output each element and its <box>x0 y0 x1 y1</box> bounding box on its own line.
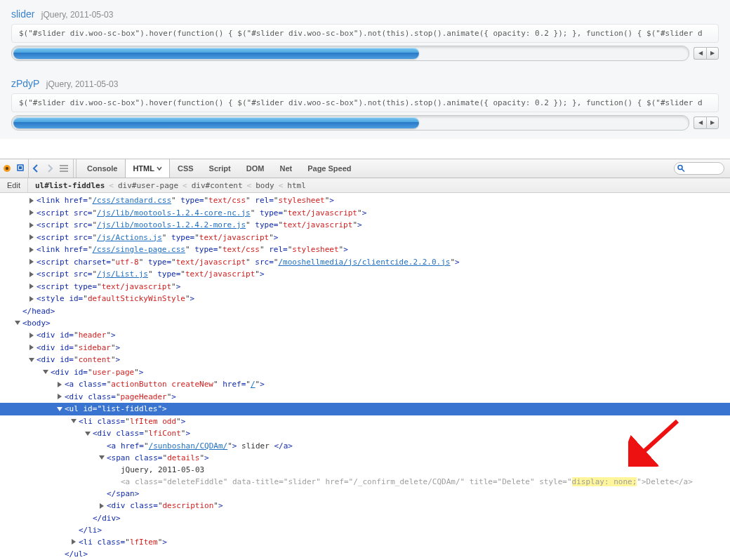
tree-row[interactable]: <div id="content"> <box>0 354 730 366</box>
tree-row[interactable]: <body> <box>0 317 730 330</box>
slider-next-button[interactable]: ▶ <box>706 47 719 60</box>
tree-row[interactable]: <a href="/sunboshan/CQDAm/"> slider </a> <box>0 440 730 452</box>
gap <box>0 139 730 159</box>
slider-next-button[interactable]: ▶ <box>706 116 719 129</box>
crumb-current[interactable]: ul#list-fiddles <box>35 181 105 190</box>
fiddle-description: $("#slider div.woo-sc-box").hover(functi… <box>11 93 719 112</box>
tree-row[interactable]: <div id="sidebar"> <box>0 342 730 354</box>
crumb-sep: < <box>279 181 284 190</box>
edit-button[interactable]: Edit <box>0 178 28 192</box>
tab-pagespeed[interactable]: Page Speed <box>300 159 359 178</box>
tree-row[interactable]: <span class="details"> <box>0 452 730 465</box>
breadcrumb: ul#list-fiddles < div#user-page < div#co… <box>28 181 306 190</box>
twisty-expanded-icon[interactable] <box>56 404 63 415</box>
tree-row[interactable]: <style id="defaultStickyWinStyle"> <box>0 293 730 305</box>
twisty-expanded-icon[interactable] <box>70 415 77 427</box>
twisty-expanded-icon[interactable] <box>42 366 49 378</box>
tree-row[interactable]: <a class="actionButton createNew" href="… <box>0 378 730 391</box>
slider-bar[interactable] <box>11 46 689 61</box>
twisty-collapsed-icon[interactable] <box>28 269 35 281</box>
twisty-collapsed-icon[interactable] <box>70 536 77 548</box>
highlighted-style: display: none; <box>572 477 637 486</box>
twisty-expanded-icon[interactable] <box>98 452 105 464</box>
devtools-mini-buttons <box>0 159 29 178</box>
svg-point-1 <box>6 167 8 170</box>
slider-prev-button[interactable]: ◀ <box>694 47 706 60</box>
slider-bar[interactable] <box>11 115 689 131</box>
tab-html-label: HTML <box>133 164 154 173</box>
twisty-expanded-icon[interactable] <box>84 428 91 440</box>
fiddle-title-link[interactable]: slider <box>11 8 34 20</box>
tree-row[interactable]: <link href="/css/single-page.css" type="… <box>0 244 730 256</box>
tree-row[interactable]: </head> <box>0 305 730 317</box>
tree-row[interactable]: <li class="lfItem"> <box>0 536 730 549</box>
tree-row[interactable]: <link href="/css/standard.css" type="tex… <box>0 194 730 207</box>
devtools-nav-buttons <box>29 159 77 178</box>
fiddle-title-link[interactable]: zPdyP <box>11 78 39 89</box>
twisty-collapsed-icon[interactable] <box>28 244 35 256</box>
forward-button[interactable] <box>43 159 57 178</box>
twisty-collapsed-icon[interactable] <box>28 195 35 207</box>
devtools-toolbar: Console HTML CSS Script DOM Net Page Spe… <box>0 159 730 178</box>
fiddle-entry-0: slider jQuery, 2011-05-03 $("#slider div… <box>0 0 730 69</box>
tree-row[interactable]: <li class="lfItem odd"> <box>0 415 730 428</box>
crumb[interactable]: div#user-page <box>118 181 178 190</box>
tree-row[interactable]: <script src="/js/lib/mootools-1.2.4.2-mo… <box>0 219 730 232</box>
twisty-collapsed-icon[interactable] <box>56 391 63 403</box>
tree-row[interactable]: <script src="/js/List.js" type="text/jav… <box>0 268 730 281</box>
tree-row[interactable]: </li> <box>0 524 730 536</box>
tree-row[interactable]: </ul> <box>0 548 730 560</box>
crumb[interactable]: div#content <box>192 181 243 190</box>
tree-row[interactable]: <div id="user-page"> <box>0 366 730 379</box>
slider-fill <box>13 48 419 59</box>
tree-row[interactable]: <script src="/js/lib/mootools-1.2.4-core… <box>0 207 730 220</box>
twisty-collapsed-icon[interactable] <box>28 220 35 232</box>
twisty-collapsed-icon[interactable] <box>28 342 35 354</box>
crumb[interactable]: body <box>255 181 274 190</box>
twisty-collapsed-icon[interactable] <box>28 330 35 342</box>
list-icon[interactable] <box>57 159 71 178</box>
twisty-collapsed-icon[interactable] <box>28 293 35 305</box>
tree-row[interactable]: <script type="text/javascript"> <box>0 281 730 293</box>
firebug-icon[interactable] <box>0 159 14 178</box>
tree-row[interactable]: </span> <box>0 488 730 500</box>
fiddle-head: slider jQuery, 2011-05-03 <box>11 8 719 20</box>
tree-row[interactable]: <div id="header"> <box>0 329 730 342</box>
tree-row-selected[interactable]: <ul id="list-fiddles"> <box>0 403 730 415</box>
tree-row[interactable]: <script src="/js/Actions.js" type="text/… <box>0 232 730 244</box>
slider-step-buttons: ◀ ▶ <box>694 47 719 60</box>
twisty-collapsed-icon[interactable] <box>56 379 63 391</box>
slider-prev-button[interactable]: ◀ <box>694 116 706 129</box>
tab-html[interactable]: HTML <box>125 159 170 178</box>
tab-css[interactable]: CSS <box>170 159 201 178</box>
devtools-subbar: Edit ul#list-fiddles < div#user-page < d… <box>0 178 730 193</box>
twisty-collapsed-icon[interactable] <box>98 500 105 512</box>
tree-row[interactable]: <script charset="utf-8" type="text/javas… <box>0 256 730 269</box>
tree-row[interactable]: <div class="description"> <box>0 500 730 512</box>
tree-row[interactable]: <div class="pageHeader"> <box>0 391 730 404</box>
tree-row[interactable]: jQuery, 2011-05-03 <box>0 464 730 476</box>
tab-script[interactable]: Script <box>201 159 239 178</box>
slider-fill <box>13 117 419 128</box>
tab-dom[interactable]: DOM <box>239 159 272 178</box>
twisty-collapsed-icon[interactable] <box>28 256 35 268</box>
inspect-button[interactable] <box>14 159 28 178</box>
back-button[interactable] <box>29 159 43 178</box>
search-icon <box>677 165 685 173</box>
tab-net[interactable]: Net <box>272 159 300 178</box>
search-input[interactable] <box>674 162 724 175</box>
devtools-search <box>674 159 730 178</box>
twisty-collapsed-icon[interactable] <box>28 207 35 219</box>
devtools-tabs: Console HTML CSS Script DOM Net Page Spe… <box>77 159 359 178</box>
dom-tree: <link href="/css/standard.css" type="tex… <box>0 193 730 560</box>
twisty-collapsed-icon[interactable] <box>28 281 35 293</box>
tree-row[interactable]: <div class="lfiCont"> <box>0 427 730 440</box>
slider-row: ◀ ▶ <box>11 46 719 65</box>
tab-console[interactable]: Console <box>79 159 125 178</box>
twisty-expanded-icon[interactable] <box>14 317 21 329</box>
twisty-collapsed-icon[interactable] <box>28 232 35 244</box>
crumb[interactable]: html <box>287 181 306 190</box>
tree-row[interactable]: </div> <box>0 512 730 524</box>
tree-row-delete-link[interactable]: <a class="deleteFiddle" data-title="slid… <box>0 476 730 488</box>
twisty-expanded-icon[interactable] <box>28 354 35 366</box>
